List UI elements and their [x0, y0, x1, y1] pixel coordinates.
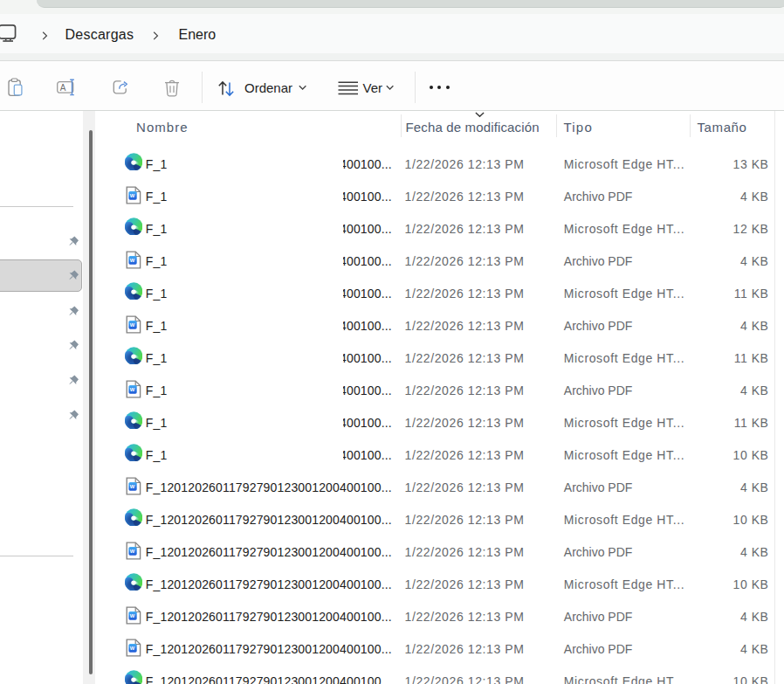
svg-text:W: W — [130, 646, 135, 651]
svg-text:W: W — [130, 387, 135, 392]
svg-text:W: W — [130, 322, 135, 328]
svg-text:W: W — [130, 613, 135, 618]
svg-text:A: A — [59, 83, 65, 93]
svg-text:W: W — [130, 258, 135, 263]
svg-text:W: W — [130, 484, 135, 489]
svg-text:W: W — [130, 193, 135, 198]
svg-text:W: W — [130, 549, 135, 554]
